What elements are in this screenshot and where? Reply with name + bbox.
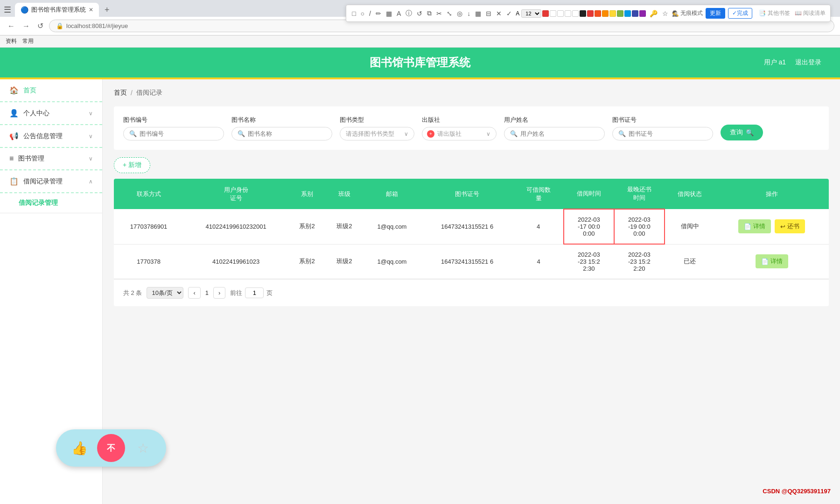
- td-borrow-time-2: 2022-03-23 15:22:30: [564, 244, 614, 279]
- color-black[interactable]: [580, 10, 586, 17]
- tab-close-btn[interactable]: ✕: [89, 7, 93, 13]
- refresh-btn[interactable]: ↺: [35, 20, 45, 32]
- search-row: 图书编号 🔍 图书名称 🔍: [123, 116, 819, 140]
- pen-icon[interactable]: ✏: [375, 9, 382, 18]
- undo-icon[interactable]: ↺: [416, 9, 423, 18]
- pagination-size-select[interactable]: 10条/页 20条/页 50条/页: [147, 287, 183, 299]
- detail-button-1[interactable]: 📄 详情: [738, 219, 771, 233]
- color-blue[interactable]: [624, 10, 631, 17]
- color-white3[interactable]: [565, 10, 571, 17]
- announcement-icon: 📢: [9, 132, 19, 140]
- watermark: CSDN @QQ3295391197: [763, 488, 831, 495]
- color-amber[interactable]: [602, 10, 609, 17]
- sidebar-item-announcement[interactable]: 📢 公告信息管理 ∨: [0, 125, 102, 148]
- circle-icon[interactable]: ○: [360, 9, 365, 18]
- search-input-book-name[interactable]: [248, 130, 326, 137]
- main-content: 首页 / 借阅记录 图书编号 🔍 图: [103, 79, 840, 504]
- color-white4[interactable]: [572, 10, 579, 17]
- td-return-2: 2022-03-23 15:22:20: [614, 244, 665, 279]
- update-button[interactable]: 更新: [706, 8, 725, 19]
- th-actions: 操作: [715, 179, 829, 209]
- incognito-icon: 🕵: [672, 10, 679, 17]
- sidebar-item-books[interactable]: ≡ 图书管理 ∨: [0, 148, 102, 170]
- color-green[interactable]: [617, 10, 623, 17]
- star-icon[interactable]: ☆: [661, 9, 669, 18]
- return-button-1[interactable]: ↩ 还书: [775, 219, 805, 233]
- color-orange[interactable]: [595, 10, 601, 17]
- td-count-1: 4: [513, 209, 564, 244]
- tab-title: 图书馆书库管理系统: [31, 6, 86, 14]
- copy-icon[interactable]: ⧉: [426, 8, 433, 18]
- table-header: 联系方式 用户身份证号 系别 班级 邮箱 图书证号 可借阅数量 借阅时间 最晚还…: [114, 179, 829, 209]
- search-label-username: 用户姓名: [504, 116, 605, 124]
- query-btn-label: 查询: [730, 128, 743, 137]
- color-yellow[interactable]: [609, 10, 616, 17]
- sidebar-sub-borrow-record[interactable]: 借阅记录管理: [0, 193, 102, 213]
- color-white1[interactable]: [550, 10, 556, 17]
- query-button[interactable]: 查询 🔍: [721, 125, 763, 140]
- sidebar-borrow-label: 借阅记录管理: [23, 177, 84, 186]
- forward-btn[interactable]: →: [21, 20, 32, 32]
- sidebar-item-borrow[interactable]: 📋 借阅记录管理 ∧: [0, 170, 102, 193]
- color-indigo[interactable]: [632, 10, 638, 17]
- pagination-next-btn[interactable]: ›: [213, 287, 225, 299]
- search-select-publisher[interactable]: 请出版社: [428, 130, 483, 137]
- table-scroll: 联系方式 用户身份证号 系别 班级 邮箱 图书证号 可借阅数量 借阅时间 最晚还…: [114, 179, 829, 279]
- sidebar-item-home[interactable]: 🏠 首页: [0, 79, 102, 102]
- chevron-down-publisher: ∨: [486, 131, 490, 137]
- resize-icon[interactable]: ⤡: [446, 9, 453, 18]
- color-white2[interactable]: [557, 10, 564, 17]
- pagination-prev-btn[interactable]: ‹: [188, 287, 200, 299]
- search-area: 图书编号 🔍 图书名称 🔍: [114, 106, 829, 150]
- search-select-book-type[interactable]: 请选择图书书类型: [346, 130, 401, 137]
- detail-button-2[interactable]: 📄 详情: [756, 254, 788, 268]
- breadcrumb-home-link[interactable]: 首页: [114, 89, 127, 97]
- books-icon: ≡: [9, 154, 14, 163]
- td-bookid-2: 16473241315521 6: [421, 244, 513, 279]
- search-label-book-type: 图书类型: [340, 116, 414, 124]
- browser-menu-icon[interactable]: ☰: [4, 5, 11, 15]
- bookmark-item-1[interactable]: 资料: [6, 37, 17, 45]
- check-icon[interactable]: ✓: [505, 9, 513, 18]
- target-icon[interactable]: ◎: [456, 9, 463, 18]
- info-icon[interactable]: ⓘ: [405, 8, 413, 19]
- done-button[interactable]: ✓完成: [728, 8, 752, 19]
- color-purple[interactable]: [639, 10, 646, 17]
- key-icon[interactable]: 🔑: [649, 9, 658, 18]
- annotation-toolbar[interactable]: □ ○ / ✏ ▦ A ⓘ ↺ ⧉ ✂ ⤡ ◎ ↓ ▦ ⊟ ✕ ✓ A 12 1…: [346, 5, 831, 22]
- logout-btn[interactable]: 退出登录: [795, 58, 821, 67]
- close-icon[interactable]: ✕: [495, 9, 503, 18]
- text-icon[interactable]: A: [396, 9, 402, 18]
- rect-icon[interactable]: □: [351, 9, 357, 18]
- sidebar-personal-label: 个人中心: [23, 109, 84, 118]
- chevron-down-icon-books: ∨: [89, 155, 93, 162]
- td-return-1: 2022-03-19 00:00:00: [614, 209, 665, 244]
- sidebar-item-personal[interactable]: 👤 个人中心 ∨: [0, 102, 102, 125]
- fill-icon[interactable]: ▦: [385, 9, 393, 18]
- scissors-icon[interactable]: ✂: [435, 9, 443, 18]
- back-btn[interactable]: ←: [6, 20, 17, 32]
- line-icon[interactable]: /: [368, 9, 372, 18]
- new-tab-btn[interactable]: +: [101, 3, 113, 17]
- grid-icon[interactable]: ▦: [474, 9, 482, 18]
- table-row: 1770378 41022419961023 系别2 班级2 1@qq.com …: [114, 244, 829, 279]
- pagination-go-input[interactable]: [245, 287, 264, 298]
- color-palette: A 12 14 16: [516, 9, 646, 18]
- font-size-select[interactable]: 12 14 16: [521, 9, 541, 18]
- sidebar-icon[interactable]: ⊟: [485, 9, 492, 18]
- search-input-username[interactable]: [520, 130, 599, 137]
- color-red[interactable]: [542, 10, 549, 17]
- td-contact-2: 1770378: [114, 244, 183, 279]
- no-label: 不: [107, 442, 115, 454]
- add-button[interactable]: + 新增: [114, 157, 150, 173]
- color-red2[interactable]: [587, 10, 594, 17]
- star-button[interactable]: ☆: [129, 434, 157, 462]
- like-button[interactable]: 👍: [65, 434, 93, 462]
- active-tab[interactable]: 🔵 图书馆书库管理系统 ✕: [15, 3, 99, 17]
- search-input-book-card[interactable]: [629, 130, 707, 137]
- no-button[interactable]: 不: [97, 434, 125, 462]
- search-input-book-id[interactable]: [140, 130, 218, 137]
- bookmark-item-2[interactable]: 常用: [22, 37, 34, 45]
- download-icon[interactable]: ↓: [466, 9, 471, 18]
- td-idcard-2: 41022419961023: [183, 244, 288, 279]
